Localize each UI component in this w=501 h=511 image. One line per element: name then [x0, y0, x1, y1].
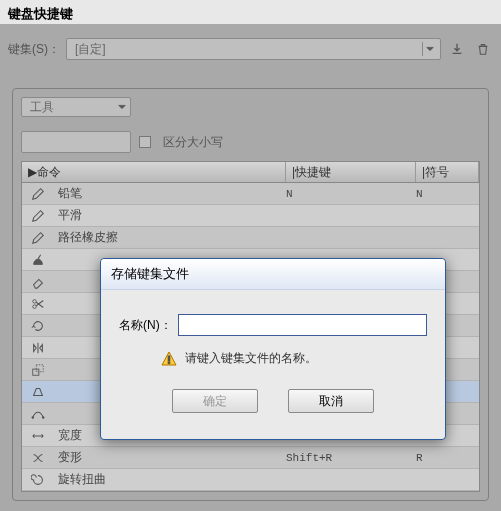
chevron-down-icon	[118, 100, 126, 114]
dialog-title: 存储键集文件	[101, 259, 445, 290]
svg-rect-8	[168, 356, 170, 361]
col-shortcut[interactable]: | 快捷键	[286, 162, 416, 182]
cell-shortcut: N	[286, 188, 416, 200]
dialog-body: 名称(N)： 请键入键集文件的名称。 确定 取消	[101, 290, 445, 423]
category-selected: 工具	[30, 99, 54, 116]
table-row[interactable]: 铅笔NN	[22, 183, 479, 205]
keyset-select[interactable]: [自定]	[66, 38, 441, 60]
rotate-icon	[22, 319, 54, 333]
name-row: 名称(N)：	[119, 314, 427, 336]
cell-command: 旋转扭曲	[54, 471, 286, 488]
table-row[interactable]: 旋转扭曲	[22, 469, 479, 491]
keyset-selected: [自定]	[75, 41, 106, 58]
delete-keyset-icon[interactable]	[473, 39, 493, 59]
svg-rect-5	[36, 364, 43, 371]
warning-row: 请键入键集文件的名称。	[161, 350, 427, 367]
table-header: ▶ 命令 | 快捷键 | 符号	[21, 161, 480, 183]
search-row: 区分大小写	[21, 131, 480, 153]
search-input[interactable]	[30, 135, 180, 149]
warning-icon	[161, 351, 177, 367]
width-icon	[22, 429, 54, 443]
table-row[interactable]: 变形Shift+RR	[22, 447, 479, 469]
svg-point-2	[33, 299, 37, 303]
cancel-button[interactable]: 取消	[288, 389, 374, 413]
pencil-icon	[22, 187, 54, 201]
case-sensitive-checkbox[interactable]	[139, 136, 151, 148]
svg-point-6	[32, 416, 34, 418]
blob-icon	[22, 253, 54, 267]
col-command[interactable]: ▶ 命令	[22, 162, 286, 182]
table-row[interactable]: 平滑	[22, 205, 479, 227]
tools-header: 工具	[21, 97, 480, 117]
cell-shortcut: Shift+R	[286, 452, 416, 464]
reflect-icon	[22, 341, 54, 355]
scissors-icon	[22, 297, 54, 311]
case-sensitive-label: 区分大小写	[163, 134, 223, 151]
scale-icon	[22, 363, 54, 377]
save-keyset-icon[interactable]	[447, 39, 467, 59]
keyset-row: 键集(S)： [自定]	[8, 38, 493, 60]
warp-icon	[22, 451, 54, 465]
cell-symbol: R	[416, 452, 479, 464]
cell-command: 铅笔	[54, 185, 286, 202]
dialog-buttons: 确定 取消	[119, 389, 427, 413]
reshape-icon	[22, 407, 54, 421]
svg-point-7	[42, 416, 44, 418]
name-label: 名称(N)：	[119, 317, 172, 334]
table-row[interactable]: 路径橡皮擦	[22, 227, 479, 249]
svg-rect-9	[168, 362, 170, 364]
search-box[interactable]	[21, 131, 131, 153]
svg-point-3	[33, 304, 37, 308]
cell-command: 平滑	[54, 207, 286, 224]
window-title: 键盘快捷键	[0, 0, 501, 24]
cell-command: 变形	[54, 449, 286, 466]
ok-button[interactable]: 确定	[172, 389, 258, 413]
warning-text: 请键入键集文件的名称。	[185, 350, 317, 367]
keyset-label: 键集(S)：	[8, 41, 60, 58]
twirl-icon	[22, 473, 54, 487]
col-command-label: 命令	[37, 164, 61, 181]
shear-icon	[22, 385, 54, 399]
col-symbol-label: 符号	[425, 164, 449, 181]
chevron-down-icon	[422, 42, 436, 56]
pencil-icon	[22, 209, 54, 223]
save-keyset-dialog: 存储键集文件 名称(N)： 请键入键集文件的名称。 确定 取消	[100, 258, 446, 440]
pencil-icon	[22, 231, 54, 245]
name-input[interactable]	[178, 314, 427, 336]
eraser-icon	[22, 275, 54, 289]
cell-command: 路径橡皮擦	[54, 229, 286, 246]
col-symbol[interactable]: | 符号	[416, 162, 479, 182]
category-select[interactable]: 工具	[21, 97, 131, 117]
col-shortcut-label: 快捷键	[295, 164, 331, 181]
cell-symbol: N	[416, 188, 479, 200]
